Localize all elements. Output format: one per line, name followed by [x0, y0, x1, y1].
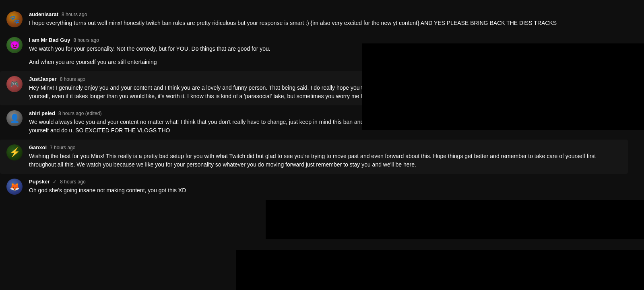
comment-header: I am Mr Bad Guy 8 hours ago — [29, 37, 621, 43]
avatar — [6, 144, 23, 160]
page-wrapper: audenisarat 8 hours ago I hope everythin… — [0, 0, 644, 290]
timestamp: 8 hours ago — [60, 76, 85, 82]
comment: Ganxol 7 hours ago Wishing the best for … — [0, 140, 628, 174]
comment-header: Pupsker ✓ 8 hours ago — [29, 179, 621, 185]
avatar — [6, 11, 23, 27]
timestamp: 7 hours ago — [50, 145, 75, 150]
author-name[interactable]: JustJaxper — [29, 76, 57, 82]
overlay-2 — [266, 200, 644, 239]
avatar — [6, 37, 23, 53]
author-name[interactable]: audenisarat — [29, 11, 58, 17]
edited-label: (edited) — [85, 111, 102, 116]
comment-content: Ganxol 7 hours ago Wishing the best for … — [29, 144, 621, 169]
avatar — [6, 179, 23, 195]
comment-text: Wishing the best for you Minx! This real… — [29, 152, 621, 169]
timestamp: 8 hours ago (edited) — [58, 111, 101, 116]
comment: audenisarat 8 hours ago I hope everythin… — [0, 6, 628, 32]
comment-content: audenisarat 8 hours ago I hope everythin… — [29, 11, 621, 27]
author-name[interactable]: Ganxol — [29, 144, 47, 150]
avatar — [6, 110, 23, 126]
author-name[interactable]: I am Mr Bad Guy — [29, 37, 70, 43]
timestamp: 8 hours ago — [74, 37, 99, 43]
checkmark-icon: ✓ — [53, 179, 57, 185]
timestamp: 8 hours ago — [62, 12, 87, 17]
avatar — [6, 76, 23, 92]
comment-content: Pupsker ✓ 8 hours ago Oh god she's going… — [29, 179, 621, 195]
author-name[interactable]: Pupsker — [29, 179, 50, 185]
overlay-1 — [362, 43, 644, 130]
comment: Pupsker ✓ 8 hours ago Oh god she's going… — [0, 174, 628, 200]
comment-header: Ganxol 7 hours ago — [29, 144, 621, 150]
author-name[interactable]: shiri peled — [29, 110, 55, 116]
comment-text: Oh god she's going insane not making con… — [29, 186, 621, 195]
timestamp: 8 hours ago — [60, 179, 85, 185]
comment-text: I hope everything turns out well minx! h… — [29, 19, 621, 27]
overlay-3 — [236, 250, 644, 290]
comment-header: audenisarat 8 hours ago — [29, 11, 621, 17]
